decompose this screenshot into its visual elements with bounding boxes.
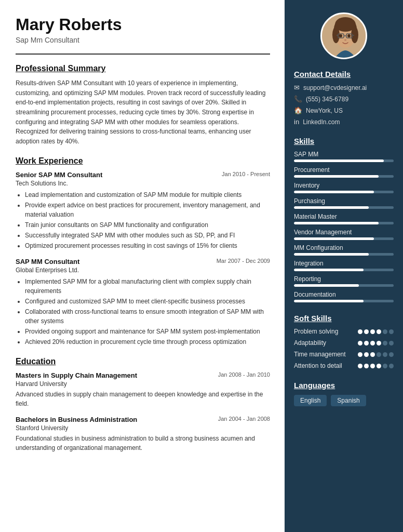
soft-skill-row: Time management: [294, 351, 394, 358]
skill-item: Material Master: [294, 213, 394, 224]
soft-skill-row: Adaptability: [294, 339, 394, 347]
edu-1-desc: Advanced studies in supply chain managem…: [16, 390, 270, 408]
linkedin-icon: in: [294, 118, 299, 126]
dot-filled: [370, 352, 375, 357]
skill-label: SAP MM: [294, 151, 394, 158]
skill-bar-bg: [294, 175, 394, 178]
job-1-bullet-1: Lead implementation and customization of…: [25, 190, 270, 200]
soft-skills-section: Soft Skills Problem solving Adaptability…: [294, 314, 394, 374]
skill-item: Reporting: [294, 275, 394, 287]
edu-1: Masters in Supply Chain Management Jan 2…: [16, 371, 270, 408]
work-experience-title: Work Experience: [16, 156, 270, 166]
job-1-bullet-3: Train junior consultants on SAP MM funct…: [25, 220, 270, 230]
skill-bar-fill: [294, 300, 364, 302]
edu-2-header: Bachelors in Business Administration Jan…: [16, 416, 270, 423]
email-icon: ✉: [294, 84, 300, 91]
skills-title: Skills: [294, 137, 394, 145]
contact-phone: 📞 (555) 345-6789: [294, 95, 394, 103]
skill-bar-fill: [294, 206, 369, 209]
contact-section: Contact Details ✉ support@cvdesigner.ai …: [294, 70, 394, 129]
skill-dots: [358, 364, 394, 368]
skill-bar-fill: [294, 284, 359, 287]
dot-empty: [389, 329, 394, 334]
edu-2: Bachelors in Business Administration Jan…: [16, 416, 270, 453]
job-2-header: SAP MM Consultant Mar 2007 - Dec 2009: [16, 258, 270, 265]
contact-linkedin: in LinkedIn.com: [294, 118, 394, 126]
job-2-title: SAP MM Consultant: [16, 258, 79, 265]
dot-empty: [389, 341, 394, 345]
skills-list: SAP MM Procurement Inventory Purchasing …: [294, 151, 394, 302]
languages-title: Languages: [294, 381, 394, 390]
job-1-bullet-2: Provide expert advice on best practices …: [25, 201, 270, 219]
job-1: Senior SAP MM Consultant Jan 2010 - Pres…: [16, 171, 270, 250]
skills-section: Skills SAP MM Procurement Inventory Purc…: [294, 137, 394, 307]
job-2-bullets: Implemented SAP MM for a global manufact…: [16, 277, 270, 347]
dot-filled: [364, 341, 369, 345]
skill-dots: [358, 341, 394, 345]
job-1-date: Jan 2010 - Present: [222, 171, 270, 177]
svg-point-4: [332, 26, 340, 43]
dot-empty: [383, 329, 387, 334]
skill-bar-fill: [294, 237, 374, 240]
soft-skill-row: Attention to detail: [294, 362, 394, 369]
job-1-bullet-4: Successfully integrated SAP MM with othe…: [25, 231, 270, 240]
job-2: SAP MM Consultant Mar 2007 - Dec 2009 Gl…: [16, 258, 270, 347]
dot-filled: [370, 341, 375, 345]
language-tag: Spanish: [331, 395, 366, 406]
skill-item: Integration: [294, 260, 394, 271]
edu-2-degree: Bachelors in Business Administration: [16, 416, 137, 423]
skill-label: Reporting: [294, 275, 394, 283]
skill-item: Procurement: [294, 166, 394, 178]
job-1-bullet-5: Optimized procurement processes resultin…: [25, 241, 270, 250]
professional-summary-section: Professional Summary Results-driven SAP …: [16, 64, 270, 146]
skill-item: MM Configuration: [294, 244, 394, 256]
dot-empty: [383, 341, 387, 345]
soft-skill-row: Problem solving: [294, 328, 394, 335]
skill-bar-fill: [294, 269, 364, 271]
soft-skill-label: Adaptability: [294, 339, 358, 347]
skill-bar-fill: [294, 159, 384, 162]
work-experience-section: Work Experience Senior SAP MM Consultant…: [16, 156, 270, 347]
candidate-title: Sap Mm Consultant: [16, 36, 270, 44]
dot-empty: [383, 352, 387, 357]
job-2-company: Global Enterprises Ltd.: [16, 267, 270, 274]
professional-summary-text: Results-driven SAP MM Consultant with 10…: [16, 78, 270, 146]
avatar: [320, 12, 367, 59]
dot-filled: [358, 364, 362, 368]
candidate-name: Mary Roberts: [16, 16, 270, 34]
svg-point-13: [344, 39, 346, 41]
dot-filled: [370, 329, 375, 334]
soft-skills-title: Soft Skills: [294, 314, 394, 323]
skill-label: Integration: [294, 260, 394, 267]
language-tag: English: [294, 395, 327, 406]
skill-bar-fill: [294, 175, 379, 178]
dot-filled: [358, 341, 362, 345]
languages-section: Languages EnglishSpanish: [294, 381, 394, 406]
dot-filled: [377, 341, 381, 345]
edu-1-school: Harvard University: [16, 380, 270, 388]
skill-bar-bg: [294, 253, 394, 256]
skill-bar-bg: [294, 191, 394, 193]
skill-bar-bg: [294, 269, 394, 271]
skill-item: Purchasing: [294, 197, 394, 209]
skill-label: Purchasing: [294, 197, 394, 205]
skill-bar-fill: [294, 253, 369, 256]
skill-item: SAP MM: [294, 151, 394, 162]
skill-item: Inventory: [294, 182, 394, 193]
left-column: Mary Roberts Sap Mm Consultant Professio…: [0, 0, 285, 532]
edu-2-date: Jan 2004 - Jan 2008: [218, 416, 270, 422]
job-2-bullet-1: Implemented SAP MM for a global manufact…: [25, 277, 270, 296]
avatar-container: [294, 12, 394, 59]
edu-1-date: Jan 2008 - Jan 2010: [218, 371, 270, 378]
skill-bar-bg: [294, 284, 394, 287]
skill-label: Vendor Management: [294, 229, 394, 236]
soft-skill-label: Time management: [294, 351, 358, 358]
email-value: support@cvdesigner.ai: [303, 84, 367, 91]
contact-email: ✉ support@cvdesigner.ai: [294, 84, 394, 91]
dot-filled: [358, 352, 362, 357]
resume-container: Mary Roberts Sap Mm Consultant Professio…: [0, 0, 403, 532]
skill-bar-bg: [294, 206, 394, 209]
skill-item: Vendor Management: [294, 229, 394, 240]
phone-icon: 📞: [294, 95, 302, 103]
skill-label: Procurement: [294, 166, 394, 174]
